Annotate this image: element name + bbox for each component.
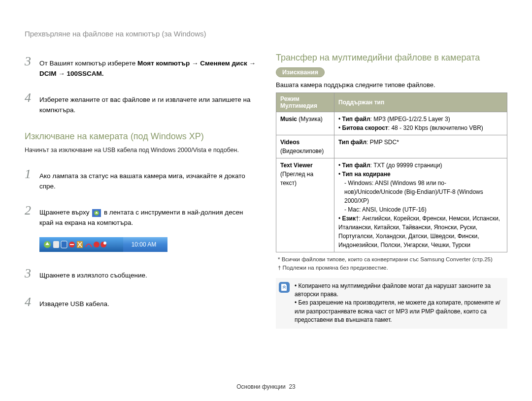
section-heading: Изключване на камерата (под Windows XP)	[25, 130, 256, 142]
footnote: * Всички файлови типове, които са конвер…	[276, 255, 507, 264]
step-4: 4 Изберете желаните от вас файлове и ги …	[25, 88, 256, 116]
table-row: Videos(Видеоклипове) Тип файл: PMP SDC*	[276, 135, 507, 158]
usb-eject-icon	[92, 209, 101, 217]
step-text: Щракнете в излязлото съобщение.	[39, 271, 256, 281]
table-row: Text Viewer(Преглед на текст) Тип файл: …	[276, 158, 507, 252]
th-type: Поддържан тип	[334, 93, 507, 112]
windows-taskbar-screenshot: 10:00 AM	[39, 237, 167, 252]
info-callout: Копирането на мултимедийни файлове могат…	[276, 278, 507, 329]
page-title: Прехвърляне на файлове на компютър (за W…	[25, 30, 507, 38]
step-number: 3	[25, 52, 34, 71]
taskbar-time-text: 10:00 AM	[132, 241, 157, 248]
svg-rect-5	[53, 241, 59, 248]
step-4b: 4 Извадете USB кабела.	[25, 292, 256, 312]
step-1: 1 Ако лампата за статус на вашата камера…	[25, 164, 256, 192]
section-heading: Трансфер на мултимедийни файлове в камер…	[276, 52, 507, 63]
step-2: 2 Щракнете върху в лентата с инструменти…	[25, 201, 256, 228]
svg-point-9	[94, 242, 100, 247]
step-number: 4	[25, 292, 34, 312]
support-intro: Вашата камера поддържа следните типове ф…	[276, 81, 507, 89]
col-right: Трансфер на мултимедийни файлове в камер…	[276, 52, 507, 329]
col-left: 3 От Вашият компютър изберете Моят компю…	[25, 52, 256, 329]
step-number: 2	[25, 201, 34, 220]
step-text: Ако лампата за статус на вашата камера м…	[39, 171, 256, 192]
info-bullet: Без разрешение на производителя, не може…	[295, 299, 504, 324]
info-bullet: Копирането на мултимедийни файлове могат…	[295, 282, 504, 299]
step-text: Извадете USB кабела.	[39, 299, 256, 309]
step-text: Изберете желаните от вас файлове и ги из…	[39, 95, 256, 116]
step-text: Щракнете върху в лентата с инструменти в…	[39, 208, 256, 228]
svg-point-11	[103, 242, 106, 245]
info-icon	[279, 282, 290, 293]
table-row: Music (Музика) Тип файл: MP3 (MPEG-1/2/2…	[276, 112, 507, 135]
step-3: 3 От Вашият компютър изберете Моят компю…	[25, 52, 256, 79]
footnote: † Подлежи на промяна без предизвестие.	[276, 264, 507, 272]
pill-label: Изисквания	[276, 67, 325, 77]
step-text: От Вашият компютър изберете Моят компютъ…	[39, 59, 256, 79]
th-mode: РежимМултимедия	[276, 93, 334, 112]
step-number: 3	[25, 264, 34, 283]
step-3b: 3 Щракнете в излязлото съобщение.	[25, 264, 256, 283]
step-number: 1	[25, 164, 34, 184]
step-number: 4	[25, 88, 34, 108]
section-subnote: Начинът за изключване на USB кабела под …	[25, 146, 256, 155]
page-footer: Основни функции 23	[0, 383, 532, 390]
svg-rect-6	[61, 241, 67, 248]
footnotes: * Всички файлови типове, които са конвер…	[276, 255, 507, 272]
media-support-table: РежимМултимедия Поддържан тип Music (Муз…	[276, 93, 507, 252]
